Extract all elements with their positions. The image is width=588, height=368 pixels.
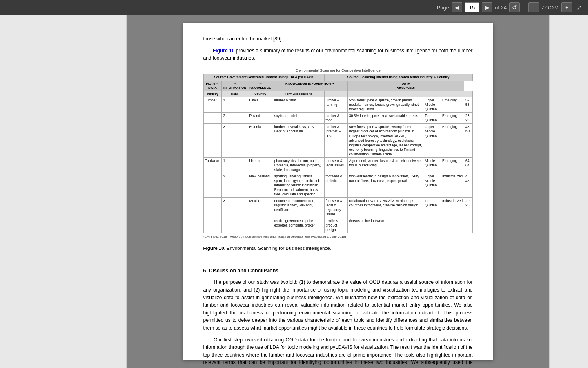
toolbar: Page ◀ ▶ of 24 ↺ — ZOOM + ⤢: [0, 0, 588, 15]
col-knowledge-sub: [324, 91, 347, 97]
table-row: 2 New Zealand sporting, labeling, fitnes…: [203, 173, 472, 197]
col-ki-sub: [347, 91, 423, 97]
col-data-sub: [464, 91, 472, 97]
cell-knowledge: lumber & food: [324, 113, 347, 124]
source-header-row: Source: Government-Generated Content usi…: [203, 74, 472, 81]
para2: Our first step involved obtaining OGD da…: [203, 336, 473, 368]
col-quintile: [423, 91, 441, 97]
col-status: [441, 91, 464, 97]
cell-knowledge: footwear & legal issues: [324, 157, 347, 173]
prev-page-button[interactable]: ◀: [452, 2, 462, 12]
cell-status: Industrialized: [441, 198, 464, 218]
cell-industry: [203, 218, 222, 233]
cell-status: Industrialized: [441, 173, 464, 197]
cell-rank: 3: [222, 198, 248, 218]
col-industry: Industry: [203, 91, 222, 97]
sub-header-row: Industry Rank Country Term Associations: [203, 91, 472, 97]
para1-text: The purpose of our study was twofold: (1…: [203, 279, 473, 331]
cell-quintile: Upper Middle Quintile: [423, 97, 441, 113]
zoom-out-button[interactable]: —: [528, 2, 539, 12]
cell-ki: threats online footwear: [347, 218, 423, 233]
cell-status: Emerging: [441, 157, 464, 173]
cell-data: 46 45: [464, 173, 472, 197]
col-ki-header: KNOWLEDGE-INFORMATION ◄: [273, 81, 347, 91]
cell-knowledge: lumber & Internet & U.S.: [324, 124, 347, 157]
figure-caption: Figure 10. Environmental Scanning for Bu…: [203, 245, 473, 252]
source-left-header: Source: Government-Generated Content usi…: [203, 74, 324, 81]
cell-terms: lumber & farm: [273, 97, 324, 113]
table-row: 3 Estonia lumber, several keys, U.S. Dep…: [203, 124, 472, 157]
expand-button[interactable]: ⤢: [575, 3, 583, 12]
col-arrow2: → KNOWLEDGE: [248, 81, 273, 91]
cell-knowledge: footwear & legal & regulatory issues: [324, 198, 347, 218]
cell-data: 59 58: [464, 97, 472, 113]
cell-country: Latvia: [248, 97, 273, 113]
cell-country: Ukraine: [248, 157, 273, 173]
table-row: 3 Mexico document, documentation, regist…: [203, 198, 472, 218]
zoom-label: ZOOM: [541, 4, 559, 11]
document-viewer[interactable]: those who can enter the market [89]. Fig…: [127, 15, 549, 368]
col-arrow1: → INFORMATION: [222, 81, 248, 91]
figure-caption-rest: Environmental Scanning for Business Inte…: [225, 246, 331, 251]
cell-quintile: Top Quintile: [423, 113, 441, 124]
cell-status: Emerging: [441, 113, 464, 124]
page-content: those who can enter the market [89]. Fig…: [183, 23, 493, 360]
page-number-input[interactable]: [465, 2, 479, 12]
cell-terms: pharmacy, distribution, outlet, Romania,…: [273, 157, 324, 173]
cell-quintile: Middle Quintile: [423, 157, 441, 173]
cell-quintile: [423, 218, 441, 233]
table-row: Lumber 1 Latvia lumber & farm lumber & f…: [203, 97, 472, 113]
cell-rank: 1: [222, 157, 248, 173]
cell-terms: sporting, labeling, fitness, sport, labe…: [273, 173, 324, 197]
zoom-in-button[interactable]: +: [561, 2, 572, 12]
next-page-button[interactable]: ▶: [482, 2, 492, 12]
page-label: Page: [437, 4, 449, 11]
cell-data: 23 23: [464, 113, 472, 124]
cell-country: Poland: [248, 113, 273, 124]
cell-ki: Agreement, women fashion & athletic foot…: [347, 157, 423, 173]
cell-knowledge: textile & product design: [324, 218, 347, 233]
cell-country: [248, 218, 273, 233]
total-pages: of 24: [495, 4, 507, 11]
figure10-link[interactable]: Figure 10: [213, 48, 234, 54]
figure-table-body: Lumber 1 Latvia lumber & farm lumber & f…: [203, 97, 472, 233]
cell-industry: Footwear: [203, 157, 222, 173]
cell-rank: [222, 218, 248, 233]
col-plan: PLAN → DATA: [203, 81, 222, 91]
reset-button[interactable]: ↺: [509, 2, 520, 12]
cell-rank: 1: [222, 97, 248, 113]
cell-status: Emerging: [441, 124, 464, 157]
cell-industry: [203, 173, 222, 197]
table-row: 2 Poland soybean, polish lumber & food 3…: [203, 113, 472, 124]
sidebar-right: [549, 15, 588, 368]
cell-country: Estonia: [248, 124, 273, 157]
cell-data: 20 20: [464, 198, 472, 218]
cell-knowledge: footwear & athletic: [324, 173, 347, 197]
col-country: Country: [248, 91, 273, 97]
divider: [524, 2, 524, 12]
cell-terms: document, documentation, registry, annex…: [273, 198, 324, 218]
cell-terms: soybean, polish: [273, 113, 324, 124]
figure10-container: Environmental Scanning for Competitive I…: [203, 68, 473, 240]
para1: The purpose of our study was twofold: (1…: [203, 278, 473, 332]
figure10-table: Source: Government-Generated Content usi…: [203, 74, 473, 233]
cell-rank: 2: [222, 113, 248, 124]
figure-caption-bold: Figure 10.: [203, 246, 225, 251]
figure-footnote: *CPI Index 2018 - Report on Competitiven…: [203, 234, 473, 239]
figure-title: Environmental Scanning for Competitive I…: [203, 68, 473, 74]
source-right-header: Source: Scanning internet using search t…: [324, 74, 472, 81]
cell-country: New Zealand: [248, 173, 273, 197]
cell-industry: [203, 198, 222, 218]
col-term: Term Associations: [273, 91, 324, 97]
cell-industry: Lumber: [203, 97, 222, 113]
table-row: Footwear 1 Ukraine pharmacy, distributio…: [203, 157, 472, 173]
figure10-intro: provides a summary of the results of our…: [203, 48, 473, 61]
column-header-row: PLAN → DATA → INFORMATION → KNOWLEDGE KN…: [203, 81, 472, 91]
main-area: those who can enter the market [89]. Fig…: [0, 15, 588, 368]
cell-terms: textile, government, price exporter, com…: [273, 218, 324, 233]
cell-data: 64 64: [464, 157, 472, 173]
cell-quintile: Top Quintile: [423, 198, 441, 218]
cell-quintile: Upper Middle Quintile: [423, 124, 441, 157]
cell-status: Emerging: [441, 97, 464, 113]
cell-data: 48 n/a: [464, 124, 472, 157]
